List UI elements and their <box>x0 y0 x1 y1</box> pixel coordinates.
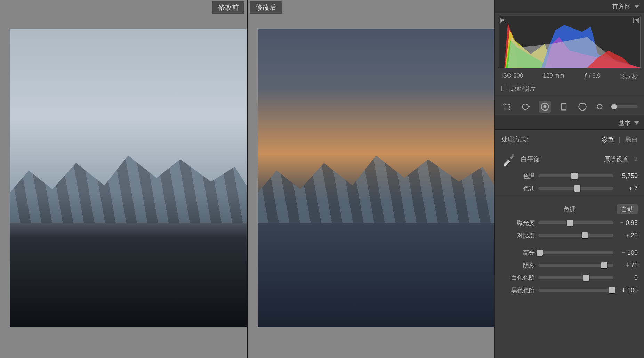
shadows-slider[interactable]: 阴影 + 76 <box>501 260 638 270</box>
before-image[interactable] <box>10 29 247 327</box>
histogram-panel-header[interactable]: 直方图 <box>495 0 644 13</box>
tone-section-label: 色调 <box>522 205 617 213</box>
redeye-tool-icon[interactable] <box>539 101 551 113</box>
preview-before-pane[interactable]: 修改前 <box>0 0 247 358</box>
exif-focal: 120 mm <box>543 72 564 80</box>
tool-strip <box>495 97 644 116</box>
treatment-bw[interactable]: 黑白 <box>625 135 638 144</box>
develop-right-panel: 直方图 ISO 200 120 mm ƒ / 8.0 ¹⁄₂₀₀ 秒 原始照片 <box>494 0 644 358</box>
exif-shutter: ¹⁄₂₀₀ 秒 <box>620 72 638 80</box>
chevron-down-icon[interactable] <box>634 121 639 125</box>
shadow-clipping-toggle[interactable] <box>500 18 506 23</box>
white-balance-row: 白平衡: 原照设置 ⇅ <box>501 150 638 169</box>
basic-panel-header[interactable]: 基本 <box>495 116 644 130</box>
original-photo-row[interactable]: 原始照片 <box>495 82 644 97</box>
treatment-row: 处理方式: 彩色 | 黑白 <box>501 133 638 148</box>
svg-point-0 <box>523 104 528 109</box>
svg-point-6 <box>512 154 514 156</box>
highlights-slider[interactable]: 高光 − 100 <box>501 247 638 258</box>
tone-section-header: 色调 自动 <box>501 201 638 215</box>
histogram-title: 直方图 <box>612 2 631 11</box>
original-checkbox[interactable] <box>501 86 507 91</box>
exif-aperture: ƒ / 8.0 <box>584 72 601 80</box>
exif-iso: ISO 200 <box>501 72 523 80</box>
svg-rect-3 <box>561 104 566 110</box>
basic-title: 基本 <box>618 119 631 127</box>
updown-icon[interactable]: ⇅ <box>634 156 638 162</box>
before-after-preview: 修改前 修改后 <box>0 0 494 358</box>
after-image[interactable] <box>258 29 494 327</box>
temp-slider[interactable]: 色温 5,750 <box>501 171 638 181</box>
contrast-slider[interactable]: 对比度 + 25 <box>501 230 638 241</box>
brush-tool-icon[interactable] <box>595 101 607 113</box>
radial-filter-tool-icon[interactable] <box>577 101 588 113</box>
after-tab-label: 修改后 <box>250 1 282 14</box>
wb-preset-dropdown[interactable]: 原照设置 <box>604 155 629 163</box>
highlight-clipping-toggle[interactable] <box>633 18 639 23</box>
histogram-svg <box>499 16 640 68</box>
svg-point-2 <box>544 106 546 108</box>
crop-tool-icon[interactable] <box>501 101 513 113</box>
eyedropper-icon[interactable] <box>501 152 516 166</box>
whites-slider[interactable]: 白色色阶 0 <box>501 272 638 283</box>
preview-after-pane[interactable]: 修改后 <box>247 0 494 358</box>
treatment-label: 处理方式: <box>501 135 528 144</box>
blacks-slider[interactable]: 黑色色阶 + 100 <box>501 285 638 295</box>
original-label: 原始照片 <box>510 84 536 93</box>
mask-amount-slider[interactable] <box>614 105 638 108</box>
wb-label: 白平衡: <box>521 155 541 163</box>
svg-point-4 <box>579 103 586 111</box>
before-tab-label: 修改前 <box>212 1 244 14</box>
histogram-chart[interactable] <box>499 16 641 68</box>
tint-slider[interactable]: 色调 + 7 <box>501 183 638 194</box>
treatment-color[interactable]: 彩色 <box>601 135 614 144</box>
chevron-down-icon[interactable] <box>634 5 639 8</box>
grad-filter-tool-icon[interactable] <box>558 101 570 113</box>
svg-point-5 <box>597 104 602 109</box>
auto-tone-button[interactable]: 自动 <box>617 204 638 214</box>
exif-row: ISO 200 120 mm ƒ / 8.0 ¹⁄₂₀₀ 秒 <box>495 71 644 82</box>
exposure-slider[interactable]: 曝光度 − 0.95 <box>501 218 638 228</box>
spot-heal-tool-icon[interactable] <box>520 101 532 113</box>
